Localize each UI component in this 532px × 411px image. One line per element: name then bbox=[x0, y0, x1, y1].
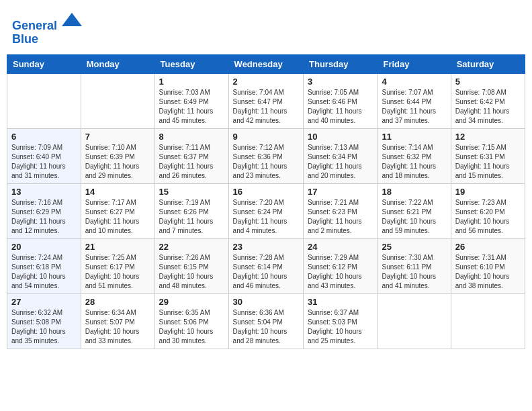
day-info: Sunrise: 7:14 AM Sunset: 6:32 PM Dayligh… bbox=[382, 143, 446, 181]
calendar-week-row: 1Sunrise: 7:03 AM Sunset: 6:49 PM Daylig… bbox=[7, 73, 525, 128]
calendar-cell: 16Sunrise: 7:20 AM Sunset: 6:24 PM Dayli… bbox=[228, 183, 303, 238]
day-number: 15 bbox=[159, 187, 224, 197]
calendar-cell: 7Sunrise: 7:10 AM Sunset: 6:39 PM Daylig… bbox=[81, 128, 154, 183]
calendar-cell bbox=[81, 73, 154, 128]
day-of-week-header: Tuesday bbox=[154, 54, 228, 73]
day-number: 9 bbox=[233, 132, 299, 142]
day-info: Sunrise: 7:21 AM Sunset: 6:23 PM Dayligh… bbox=[308, 198, 373, 236]
day-info: Sunrise: 7:24 AM Sunset: 6:18 PM Dayligh… bbox=[11, 253, 77, 291]
day-info: Sunrise: 7:13 AM Sunset: 6:34 PM Dayligh… bbox=[308, 143, 373, 181]
calendar-cell: 21Sunrise: 7:25 AM Sunset: 6:17 PM Dayli… bbox=[81, 238, 154, 293]
day-info: Sunrise: 7:19 AM Sunset: 6:26 PM Dayligh… bbox=[159, 198, 224, 236]
calendar-cell: 14Sunrise: 7:17 AM Sunset: 6:27 PM Dayli… bbox=[81, 183, 154, 238]
calendar-cell: 15Sunrise: 7:19 AM Sunset: 6:26 PM Dayli… bbox=[154, 183, 228, 238]
day-info: Sunrise: 6:36 AM Sunset: 5:04 PM Dayligh… bbox=[233, 308, 299, 346]
day-info: Sunrise: 7:15 AM Sunset: 6:31 PM Dayligh… bbox=[455, 143, 521, 181]
day-info: Sunrise: 7:28 AM Sunset: 6:14 PM Dayligh… bbox=[233, 253, 299, 291]
calendar-week-row: 27Sunrise: 6:32 AM Sunset: 5:08 PM Dayli… bbox=[7, 293, 525, 349]
day-info: Sunrise: 7:26 AM Sunset: 6:15 PM Dayligh… bbox=[159, 253, 224, 291]
day-number: 23 bbox=[233, 242, 299, 252]
day-number: 6 bbox=[11, 132, 77, 142]
calendar-week-row: 20Sunrise: 7:24 AM Sunset: 6:18 PM Dayli… bbox=[7, 238, 525, 293]
calendar-cell: 11Sunrise: 7:14 AM Sunset: 6:32 PM Dayli… bbox=[378, 128, 451, 183]
calendar-cell: 25Sunrise: 7:30 AM Sunset: 6:11 PM Dayli… bbox=[378, 238, 451, 293]
day-number: 16 bbox=[233, 187, 299, 197]
day-info: Sunrise: 6:35 AM Sunset: 5:06 PM Dayligh… bbox=[159, 308, 224, 346]
calendar-cell: 26Sunrise: 7:31 AM Sunset: 6:10 PM Dayli… bbox=[451, 238, 525, 293]
day-info: Sunrise: 7:05 AM Sunset: 6:46 PM Dayligh… bbox=[308, 88, 373, 126]
day-info: Sunrise: 7:22 AM Sunset: 6:21 PM Dayligh… bbox=[382, 198, 446, 236]
day-number: 1 bbox=[159, 77, 224, 87]
logo-general: General bbox=[12, 19, 57, 32]
calendar-table: SundayMondayTuesdayWednesdayThursdayFrid… bbox=[7, 54, 525, 349]
day-info: Sunrise: 6:34 AM Sunset: 5:07 PM Dayligh… bbox=[85, 308, 150, 346]
calendar-cell: 31Sunrise: 6:37 AM Sunset: 5:03 PM Dayli… bbox=[304, 293, 378, 349]
calendar-cell: 2Sunrise: 7:04 AM Sunset: 6:47 PM Daylig… bbox=[228, 73, 303, 128]
logo-blue: Blue bbox=[12, 33, 82, 46]
day-number: 31 bbox=[308, 297, 373, 307]
day-info: Sunrise: 7:23 AM Sunset: 6:20 PM Dayligh… bbox=[455, 198, 521, 236]
day-number: 19 bbox=[455, 187, 521, 197]
calendar-cell: 13Sunrise: 7:16 AM Sunset: 6:29 PM Dayli… bbox=[7, 183, 81, 238]
day-info: Sunrise: 7:07 AM Sunset: 6:44 PM Dayligh… bbox=[382, 88, 446, 126]
logo: General Blue bbox=[12, 9, 82, 46]
logo-icon bbox=[62, 9, 82, 30]
calendar-week-row: 13Sunrise: 7:16 AM Sunset: 6:29 PM Dayli… bbox=[7, 183, 525, 238]
day-number: 17 bbox=[308, 187, 373, 197]
calendar-cell: 4Sunrise: 7:07 AM Sunset: 6:44 PM Daylig… bbox=[378, 73, 451, 128]
day-number: 13 bbox=[11, 187, 77, 197]
day-info: Sunrise: 7:20 AM Sunset: 6:24 PM Dayligh… bbox=[233, 198, 299, 236]
day-of-week-header: Saturday bbox=[451, 54, 525, 73]
calendar-cell: 19Sunrise: 7:23 AM Sunset: 6:20 PM Dayli… bbox=[451, 183, 525, 238]
day-number: 26 bbox=[455, 242, 521, 252]
day-number: 7 bbox=[85, 132, 150, 142]
calendar-cell: 23Sunrise: 7:28 AM Sunset: 6:14 PM Dayli… bbox=[228, 238, 303, 293]
calendar-cell: 12Sunrise: 7:15 AM Sunset: 6:31 PM Dayli… bbox=[451, 128, 525, 183]
day-number: 25 bbox=[382, 242, 446, 252]
calendar-cell: 8Sunrise: 7:11 AM Sunset: 6:37 PM Daylig… bbox=[154, 128, 228, 183]
day-number: 4 bbox=[382, 77, 446, 87]
day-of-week-header: Friday bbox=[378, 54, 451, 73]
calendar-cell: 6Sunrise: 7:09 AM Sunset: 6:40 PM Daylig… bbox=[7, 128, 81, 183]
calendar-cell: 20Sunrise: 7:24 AM Sunset: 6:18 PM Dayli… bbox=[7, 238, 81, 293]
day-info: Sunrise: 6:32 AM Sunset: 5:08 PM Dayligh… bbox=[11, 308, 77, 346]
day-info: Sunrise: 7:08 AM Sunset: 6:42 PM Dayligh… bbox=[455, 88, 521, 126]
calendar-cell bbox=[378, 293, 451, 349]
day-number: 21 bbox=[85, 242, 150, 252]
day-info: Sunrise: 7:16 AM Sunset: 6:29 PM Dayligh… bbox=[11, 198, 77, 236]
calendar-week-row: 6Sunrise: 7:09 AM Sunset: 6:40 PM Daylig… bbox=[7, 128, 525, 183]
day-info: Sunrise: 7:09 AM Sunset: 6:40 PM Dayligh… bbox=[11, 143, 77, 181]
day-of-week-header: Monday bbox=[81, 54, 154, 73]
calendar-cell: 27Sunrise: 6:32 AM Sunset: 5:08 PM Dayli… bbox=[7, 293, 81, 349]
day-info: Sunrise: 7:04 AM Sunset: 6:47 PM Dayligh… bbox=[233, 88, 299, 126]
page-header: General Blue bbox=[7, 7, 525, 49]
calendar-cell: 3Sunrise: 7:05 AM Sunset: 6:46 PM Daylig… bbox=[304, 73, 378, 128]
calendar-cell: 24Sunrise: 7:29 AM Sunset: 6:12 PM Dayli… bbox=[304, 238, 378, 293]
day-number: 14 bbox=[85, 187, 150, 197]
calendar-cell: 17Sunrise: 7:21 AM Sunset: 6:23 PM Dayli… bbox=[304, 183, 378, 238]
calendar-header-row: SundayMondayTuesdayWednesdayThursdayFrid… bbox=[7, 54, 525, 73]
day-number: 10 bbox=[308, 132, 373, 142]
day-number: 28 bbox=[85, 297, 150, 307]
day-info: Sunrise: 7:11 AM Sunset: 6:37 PM Dayligh… bbox=[159, 143, 224, 181]
logo-text: General bbox=[12, 9, 82, 33]
day-number: 18 bbox=[382, 187, 446, 197]
day-info: Sunrise: 7:25 AM Sunset: 6:17 PM Dayligh… bbox=[85, 253, 150, 291]
calendar-cell: 28Sunrise: 6:34 AM Sunset: 5:07 PM Dayli… bbox=[81, 293, 154, 349]
calendar-cell: 5Sunrise: 7:08 AM Sunset: 6:42 PM Daylig… bbox=[451, 73, 525, 128]
day-number: 5 bbox=[455, 77, 521, 87]
calendar-cell bbox=[451, 293, 525, 349]
svg-marker-0 bbox=[62, 13, 82, 26]
day-number: 8 bbox=[159, 132, 224, 142]
day-number: 29 bbox=[159, 297, 224, 307]
day-info: Sunrise: 6:37 AM Sunset: 5:03 PM Dayligh… bbox=[308, 308, 373, 346]
day-info: Sunrise: 7:31 AM Sunset: 6:10 PM Dayligh… bbox=[455, 253, 521, 291]
day-info: Sunrise: 7:12 AM Sunset: 6:36 PM Dayligh… bbox=[233, 143, 299, 181]
calendar-cell: 30Sunrise: 6:36 AM Sunset: 5:04 PM Dayli… bbox=[228, 293, 303, 349]
day-number: 27 bbox=[11, 297, 77, 307]
day-number: 22 bbox=[159, 242, 224, 252]
calendar-cell: 18Sunrise: 7:22 AM Sunset: 6:21 PM Dayli… bbox=[378, 183, 451, 238]
calendar-cell: 29Sunrise: 6:35 AM Sunset: 5:06 PM Dayli… bbox=[154, 293, 228, 349]
calendar-cell: 10Sunrise: 7:13 AM Sunset: 6:34 PM Dayli… bbox=[304, 128, 378, 183]
calendar-cell: 22Sunrise: 7:26 AM Sunset: 6:15 PM Dayli… bbox=[154, 238, 228, 293]
